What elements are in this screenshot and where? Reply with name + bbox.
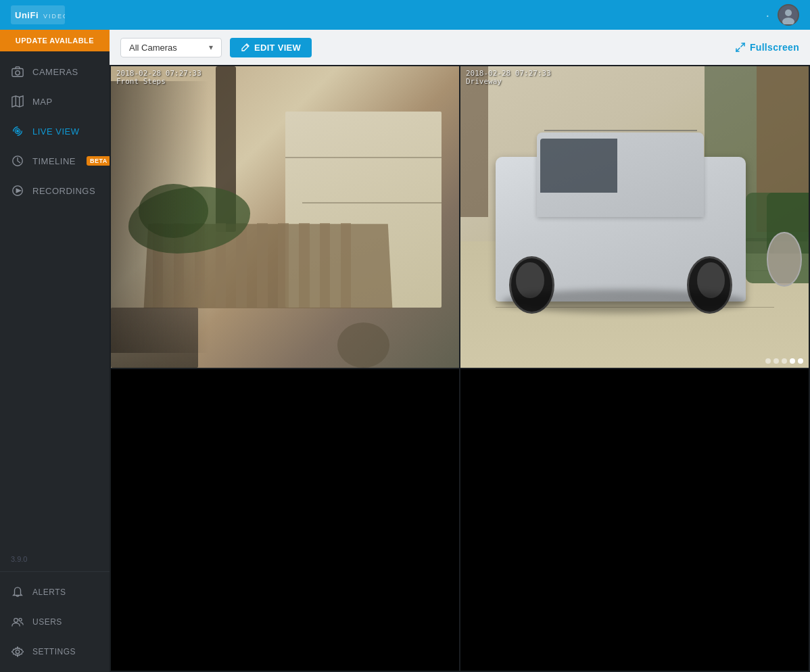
live-view-label: LIVE VIEW: [32, 126, 80, 137]
users-icon: [11, 615, 24, 629]
alerts-label: ALERTS: [32, 587, 66, 597]
edit-icon: [241, 43, 250, 52]
svg-point-12: [17, 130, 19, 133]
sidebar-item-recordings[interactable]: RECORDINGS: [0, 176, 110, 206]
dot-active: [790, 358, 795, 364]
toolbar: All Cameras ▾ EDIT VIEW: [110, 30, 810, 65]
dot: [765, 358, 771, 364]
avatar[interactable]: [778, 4, 799, 26]
svg-marker-15: [16, 189, 20, 192]
bottom-nav: ALERTS USERS: [0, 571, 110, 672]
fullscreen-icon: [735, 42, 746, 53]
header-right: ·: [765, 4, 799, 26]
sidebar-item-cameras[interactable]: CAMERAS: [0, 57, 110, 87]
svg-point-7: [16, 71, 20, 75]
svg-text:UniFi: UniFi: [15, 10, 39, 20]
map-label: MAP: [32, 97, 53, 107]
sidebar: UPDATE AVAILABLE CAMERAS: [0, 30, 110, 672]
dot: [773, 358, 779, 364]
sidebar-item-users[interactable]: USERS: [0, 607, 110, 637]
camera-feed-driveway: [460, 66, 809, 368]
camera-select-text: All Cameras: [129, 43, 204, 53]
map-icon: [11, 95, 24, 108]
sidebar-item-timeline[interactable]: TIMELINE BETA: [0, 146, 110, 176]
sidebar-item-live-view[interactable]: LIVE VIEW: [0, 116, 110, 146]
svg-point-16: [14, 619, 18, 623]
edit-view-button[interactable]: EDIT VIEW: [230, 38, 312, 57]
bell-icon: [11, 585, 24, 599]
camera-dots-driveway: [765, 358, 803, 364]
sidebar-item-alerts[interactable]: ALERTS: [0, 577, 110, 607]
main-layout: UPDATE AVAILABLE CAMERAS: [0, 30, 810, 672]
fullscreen-label: Fullscreen: [750, 42, 799, 53]
sidebar-item-map[interactable]: MAP: [0, 87, 110, 116]
svg-point-18: [16, 650, 19, 653]
timeline-label: TIMELINE: [32, 156, 76, 166]
video-cell-empty-1[interactable]: [111, 369, 459, 671]
camera-icon: [11, 65, 24, 78]
play-icon: [11, 184, 24, 197]
camera-select-dropdown[interactable]: All Cameras ▾: [120, 38, 222, 57]
svg-point-4: [785, 9, 792, 16]
top-header: UniFi VIDEO ·: [0, 0, 810, 30]
live-view-icon: [11, 124, 24, 138]
video-cell-driveway[interactable]: 2018-02-28 07:27:33 Driveway: [460, 66, 809, 368]
clock-icon: [11, 154, 24, 168]
gear-icon: [11, 645, 24, 658]
cameras-label: CAMERAS: [32, 67, 78, 77]
dot: [782, 358, 787, 364]
video-cell-front-steps[interactable]: 2018-02-28 07:27:33 Front Steps: [111, 66, 459, 368]
dot-active: [798, 358, 803, 364]
chevron-down-icon: ▾: [209, 43, 213, 52]
version-label: 3.9.0: [0, 547, 110, 571]
svg-marker-8: [12, 96, 23, 107]
unifi-logo: UniFi VIDEO: [11, 5, 65, 24]
svg-text:VIDEO: VIDEO: [43, 13, 65, 20]
logo-area: UniFi VIDEO: [11, 5, 65, 24]
nav-items: CAMERAS MAP: [0, 51, 110, 302]
fullscreen-button[interactable]: Fullscreen: [735, 42, 799, 53]
beta-badge: BETA: [87, 156, 111, 166]
video-cell-empty-2[interactable]: [460, 369, 809, 671]
toolbar-left: All Cameras ▾ EDIT VIEW: [120, 38, 312, 57]
recordings-label: RECORDINGS: [32, 186, 95, 196]
svg-point-17: [19, 619, 22, 621]
edit-view-label: EDIT VIEW: [254, 43, 301, 53]
content-area: All Cameras ▾ EDIT VIEW: [110, 30, 810, 672]
settings-label: SETTINGS: [32, 647, 76, 656]
camera-feed-front-steps: [111, 66, 459, 368]
update-available-banner[interactable]: UPDATE AVAILABLE: [0, 30, 110, 51]
video-grid: 2018-02-28 07:27:33 Front Steps: [110, 65, 810, 672]
sidebar-item-settings[interactable]: SETTINGS: [0, 637, 110, 667]
camera-label-front-steps: Front Steps: [116, 77, 166, 86]
users-label: USERS: [32, 617, 62, 627]
notification-dot: ·: [765, 7, 769, 23]
camera-label-driveway: Driveway: [466, 77, 502, 86]
